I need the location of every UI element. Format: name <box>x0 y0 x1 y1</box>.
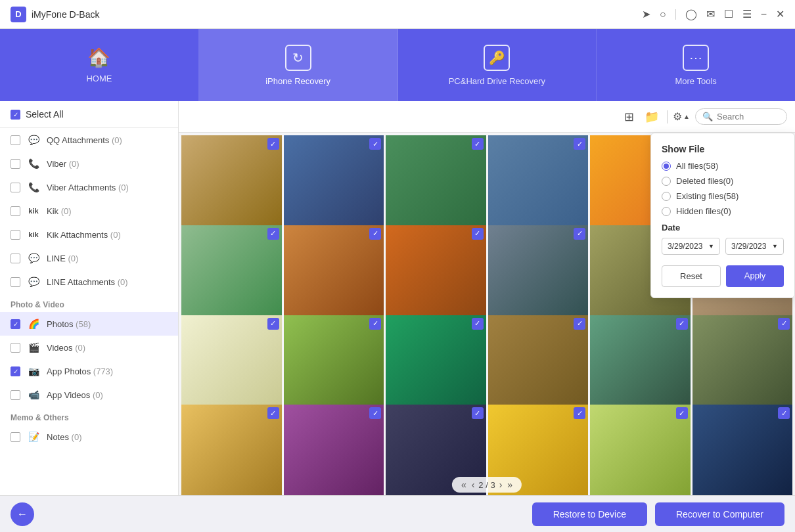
prev-page-button[interactable]: ‹ <box>470 479 476 490</box>
kik-checkbox[interactable] <box>11 206 20 216</box>
photo-check-mark: ✓ <box>574 228 585 240</box>
photo-check-mark: ✓ <box>267 228 279 240</box>
page-indicator: 2 / 3 <box>478 480 495 490</box>
grid-view-button[interactable]: ⊞ <box>622 107 637 127</box>
select-all-row[interactable]: Select All <box>0 101 178 128</box>
photo-cell[interactable]: ✓ <box>590 315 691 416</box>
mail-icon[interactable]: ✉ <box>706 8 715 20</box>
radio-hidden-icon <box>662 207 671 216</box>
radio-existing-label: Existing files(58) <box>676 191 738 201</box>
sidebar-item-viber-attachments[interactable]: 📞 Viber Attachments (0) <box>0 175 178 199</box>
sidebar-item-line[interactable]: 💬 LINE (0) <box>0 246 178 270</box>
qq-checkbox[interactable] <box>11 135 20 145</box>
date-from-select[interactable]: 3/29/2023 ▼ <box>662 238 720 255</box>
viber-att-checkbox[interactable] <box>11 183 20 192</box>
line-label: LINE (0) <box>47 254 78 263</box>
photo-check-mark: ✓ <box>472 407 484 419</box>
recover-to-computer-button[interactable]: Recover to Computer <box>655 502 784 526</box>
photo-cell[interactable]: ✓ <box>488 225 589 326</box>
photo-cell[interactable]: ✓ <box>590 405 691 495</box>
sidebar-item-kik[interactable]: kik Kik (0) <box>0 199 178 223</box>
viber-checkbox[interactable] <box>11 159 20 169</box>
kik-att-checkbox[interactable] <box>11 230 20 240</box>
reset-button[interactable]: Reset <box>662 265 721 287</box>
radio-deleted-icon <box>662 177 671 186</box>
photo-cell[interactable]: ✓ <box>386 315 486 416</box>
photo-cell[interactable]: ✓ <box>284 405 384 495</box>
sidebar-item-videos[interactable]: 🎬 Videos (0) <box>0 336 178 359</box>
radio-existing-files[interactable]: Existing files(58) <box>662 191 784 201</box>
photo-cell[interactable]: ✓ <box>284 225 384 326</box>
sidebar-item-viber[interactable]: 📞 Viber (0) <box>0 152 178 175</box>
sidebar-item-qq-attachments[interactable]: 💬 QQ Attachments (0) <box>0 128 178 152</box>
apply-button[interactable]: Apply <box>726 265 784 287</box>
notes-icon: 📝 <box>27 430 40 443</box>
date-to-select[interactable]: 3/29/2023 ▼ <box>725 238 784 255</box>
photo-cell[interactable]: ✓ <box>181 135 282 236</box>
radio-all-files[interactable]: All files(58) <box>662 161 784 171</box>
line-icon: 💬 <box>27 252 40 265</box>
close-button[interactable]: ✕ <box>776 8 784 20</box>
sidebar-item-notes[interactable]: 📝 Notes (0) <box>0 425 178 449</box>
photo-cell[interactable]: ✓ <box>693 405 793 495</box>
search-input[interactable] <box>717 112 780 122</box>
sidebar-item-photos[interactable]: 🌈 Photos (58) <box>0 312 178 336</box>
photo-cell[interactable]: ✓ <box>488 135 589 236</box>
photo-cell[interactable]: ✓ <box>386 135 486 236</box>
photo-cell[interactable]: ✓ <box>181 225 282 326</box>
app-photos-checkbox[interactable] <box>11 366 20 376</box>
sidebar-item-kik-attachments[interactable]: kik Kik Attachments (0) <box>0 223 178 246</box>
line-att-checkbox[interactable] <box>11 277 20 287</box>
viber-att-icon: 📞 <box>27 181 40 194</box>
restore-to-device-button[interactable]: Restore to Device <box>532 502 647 526</box>
photo-cell[interactable]: ✓ <box>488 315 589 416</box>
last-page-button[interactable]: » <box>506 479 514 490</box>
app-name: iMyFone D-Back <box>32 9 99 20</box>
photo-cell[interactable]: ✓ <box>693 315 793 416</box>
account-icon[interactable]: ○ <box>660 9 666 20</box>
photo-cell[interactable]: ✓ <box>284 315 384 416</box>
photo-check-mark: ✓ <box>778 318 790 330</box>
folder-view-button[interactable]: 📁 <box>642 107 662 127</box>
title-bar: D iMyFone D-Back ➤ ○ ◯ ✉ ☐ ☰ − ✕ <box>0 0 795 29</box>
filter-button[interactable]: ⚙ ▲ <box>673 110 690 123</box>
photo-check-mark: ✓ <box>472 318 484 330</box>
minimize-button[interactable]: − <box>761 9 767 20</box>
photo-cell[interactable]: ✓ <box>181 405 282 495</box>
photos-checkbox[interactable] <box>11 319 20 329</box>
section-memo-others: Memo & Others <box>0 407 178 425</box>
sidebar-item-app-videos[interactable]: 📹 App Videos (0) <box>0 383 178 407</box>
menu-icon[interactable]: ☰ <box>742 8 752 20</box>
photo-check-mark: ✓ <box>369 407 381 419</box>
toolbar-separator <box>667 110 668 123</box>
share-icon[interactable]: ➤ <box>642 8 650 20</box>
videos-checkbox[interactable] <box>11 343 20 353</box>
qq-label: QQ Attachments (0) <box>47 135 122 145</box>
nav-iphone-recovery[interactable]: ↻ iPhone Recovery <box>199 29 398 101</box>
photo-check-mark: ✓ <box>267 318 279 330</box>
radio-existing-icon <box>662 192 671 201</box>
photo-check-mark: ✓ <box>267 407 279 419</box>
nav-home[interactable]: 🏠 HOME <box>0 29 199 101</box>
nav-pc-hard-drive[interactable]: 🔑 PC&Hard Drive Recovery <box>398 29 597 101</box>
select-all-checkbox[interactable] <box>11 110 20 120</box>
photos-label: Photos (58) <box>47 319 91 329</box>
app-videos-checkbox[interactable] <box>11 390 20 400</box>
photo-cell[interactable]: ✓ <box>181 315 282 416</box>
nav-more-tools[interactable]: ⋯ More Tools <box>597 29 795 101</box>
location-icon[interactable]: ◯ <box>685 8 697 20</box>
line-checkbox[interactable] <box>11 254 20 263</box>
radio-deleted-files[interactable]: Deleted files(0) <box>662 176 784 186</box>
photo-cell[interactable]: ✓ <box>386 225 486 326</box>
sidebar-item-line-attachments[interactable]: 💬 LINE Attachments (0) <box>0 270 178 294</box>
notes-checkbox[interactable] <box>11 432 20 442</box>
next-page-button[interactable]: › <box>498 479 504 490</box>
kik-icon: kik <box>27 204 40 217</box>
first-page-button[interactable]: « <box>460 479 468 490</box>
back-button[interactable]: ← <box>11 502 34 526</box>
app-videos-label: App Videos (0) <box>47 390 103 400</box>
radio-hidden-files[interactable]: Hidden files(0) <box>662 206 784 216</box>
chat-icon[interactable]: ☐ <box>724 8 733 20</box>
sidebar-item-app-photos[interactable]: 📷 App Photos (773) <box>0 359 178 383</box>
photo-cell[interactable]: ✓ <box>284 135 384 236</box>
